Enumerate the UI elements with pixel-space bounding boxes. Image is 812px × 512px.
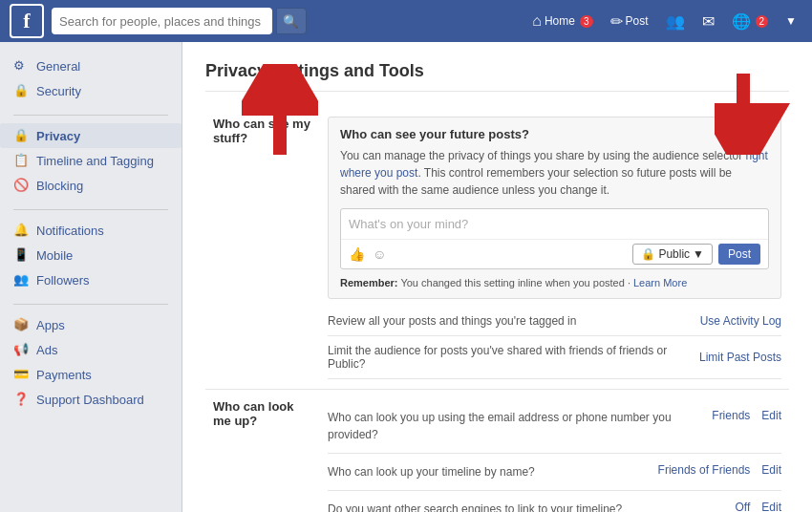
chevron-down-icon: ▼: [785, 14, 797, 28]
composer-actions: 🔒 Public ▼ Post: [632, 244, 760, 265]
sidebar-label-support: Support Dashboard: [36, 393, 144, 407]
apps-icon: [13, 317, 29, 332]
sidebar-item-general[interactable]: General: [0, 53, 182, 78]
sidebar-item-apps[interactable]: Apps: [0, 312, 182, 337]
home-label: Home: [545, 14, 575, 28]
composer-footer: 👍 ☺ 🔒 Public ▼: [341, 239, 768, 268]
composer-placeholder: What's on your mind?: [341, 209, 768, 239]
notifications-nav-item[interactable]: 🌐 2: [726, 9, 775, 34]
future-posts-wrapper: Who can see your future posts? Close You…: [328, 117, 781, 299]
lookup-name-value: Friends of Friends: [658, 463, 751, 477]
sidebar-section-connect: Notifications Mobile Followers: [0, 218, 182, 292]
message-icon: ✉: [702, 12, 715, 31]
content-area: Privacy Settings and Tools Who can see m…: [182, 42, 812, 512]
lookup-cell: Who can look you up using the email addr…: [320, 390, 789, 513]
close-link[interactable]: Close: [739, 127, 769, 140]
sidebar-item-timeline[interactable]: Timeline and Tagging: [0, 148, 182, 173]
limit-past-posts-row: Limit the audience for posts you've shar…: [328, 336, 781, 379]
lookup-email-edit[interactable]: Edit: [761, 409, 781, 422]
sidebar-label-timeline: Timeline and Tagging: [36, 154, 154, 168]
post-button[interactable]: Post: [718, 244, 760, 265]
notifications-badge: 2: [756, 15, 769, 28]
post-nav-item[interactable]: ✏ Post: [605, 9, 654, 34]
post-label: Post: [626, 14, 649, 28]
page-title: Privacy Settings and Tools: [205, 61, 789, 92]
sidebar-item-support[interactable]: Support Dashboard: [0, 387, 182, 412]
public-label: Public: [658, 247, 690, 261]
limit-past-link[interactable]: Limit Past Posts: [699, 351, 781, 364]
lookup-email-value: Friends: [712, 409, 750, 422]
sidebar: General Security Privacy Timeline and Ta…: [0, 42, 182, 512]
remember-label: Remember:: [340, 277, 398, 288]
sidebar-label-followers: Followers: [36, 273, 90, 288]
lookup-search-row: Do you want other search engines to link…: [328, 491, 781, 512]
public-audience-button[interactable]: 🔒 Public ▼: [632, 244, 713, 265]
lookup-email-desc: Who can look you up using the email addr…: [328, 409, 700, 443]
sidebar-label-blocking: Blocking: [36, 179, 83, 193]
globe-icon: 🌐: [732, 12, 751, 31]
future-posts-title: Who can see your future posts?: [340, 127, 529, 141]
lookup-section-row: Who can look me up? Who can look you up …: [205, 390, 789, 513]
nav-items: ⌂ Home 3 ✏ Post 👥 ✉ 🌐 2 ▼: [526, 9, 802, 34]
learn-more-link[interactable]: Learn More: [633, 277, 687, 288]
sidebar-item-notifications[interactable]: Notifications: [0, 218, 182, 243]
ads-icon: [13, 342, 29, 357]
sidebar-label-apps: Apps: [36, 318, 65, 332]
lookup-name-row: Who can look up your timeline by name? F…: [328, 454, 781, 491]
sidebar-divider-3: [13, 304, 168, 305]
lookup-name-edit[interactable]: Edit: [761, 463, 781, 477]
gear-icon: [13, 58, 29, 74]
sidebar-item-security[interactable]: Security: [0, 78, 182, 103]
search-input[interactable]: [52, 8, 272, 34]
account-dropdown[interactable]: ▼: [780, 11, 802, 32]
home-nav-item[interactable]: ⌂ Home 3: [526, 9, 598, 33]
lock-small-icon: 🔒: [641, 247, 655, 261]
notifications-icon: [13, 223, 29, 238]
friends-nav-item[interactable]: 👥: [660, 9, 691, 34]
messages-nav-item[interactable]: ✉: [696, 9, 720, 34]
sidebar-divider-1: [13, 115, 168, 116]
sidebar-label-ads: Ads: [36, 343, 57, 357]
payments-icon: [13, 367, 29, 382]
lock-icon: [13, 83, 29, 98]
sidebar-item-privacy[interactable]: Privacy: [0, 123, 182, 148]
smiley-icon: ☺: [373, 246, 386, 262]
home-icon: ⌂: [532, 12, 542, 30]
sidebar-item-followers[interactable]: Followers: [0, 267, 182, 292]
sidebar-item-blocking[interactable]: Blocking: [0, 173, 182, 198]
followers-icon: [13, 272, 29, 288]
privacy-icon: [13, 128, 29, 143]
limit-past-text: Limit the audience for posts you've shar…: [328, 344, 688, 371]
lookup-search-edit[interactable]: Edit: [761, 501, 781, 512]
sidebar-section-other: Apps Ads Payments Support Dashboard: [0, 312, 182, 412]
remember-body: You changed this setting inline when you…: [400, 277, 633, 288]
activity-log-row: Review all your posts and things you're …: [328, 307, 781, 336]
sidebar-item-payments[interactable]: Payments: [0, 362, 182, 387]
privacy-table: Who can see my stuff?: [205, 107, 789, 512]
people-icon: 👥: [666, 12, 685, 31]
lookup-email-row: Who can look you up using the email addr…: [328, 399, 781, 454]
sidebar-item-ads[interactable]: Ads: [0, 337, 182, 362]
lookup-search-desc: Do you want other search engines to link…: [328, 501, 724, 512]
sidebar-label-privacy: Privacy: [36, 129, 80, 143]
like-icon: 👍: [349, 246, 365, 262]
chevron-icon: ▼: [693, 247, 704, 261]
sidebar-label-payments: Payments: [36, 368, 92, 382]
future-posts-panel: Who can see your future posts? Close You…: [328, 117, 781, 299]
sidebar-section-account: General Security: [0, 53, 182, 103]
sidebar-item-mobile[interactable]: Mobile: [0, 243, 182, 267]
activity-log-link[interactable]: Use Activity Log: [700, 314, 781, 328]
activity-log-text: Review all your posts and things you're …: [328, 314, 689, 328]
timeline-icon: [13, 153, 29, 168]
sidebar-divider-2: [13, 209, 168, 210]
sidebar-label-general: General: [36, 59, 80, 74]
blocking-icon: [13, 178, 29, 193]
desc-text-1: You can manage the privacy of things you…: [340, 149, 746, 162]
remember-text: Remember: You changed this setting inlin…: [340, 277, 769, 288]
future-posts-header: Who can see your future posts? Close: [340, 127, 769, 141]
facebook-logo: f: [10, 4, 44, 38]
search-button[interactable]: 🔍: [276, 8, 307, 34]
main-layout: General Security Privacy Timeline and Ta…: [0, 42, 812, 512]
lookup-label: Who can look me up?: [205, 390, 320, 513]
pencil-icon: ✏: [610, 12, 623, 31]
